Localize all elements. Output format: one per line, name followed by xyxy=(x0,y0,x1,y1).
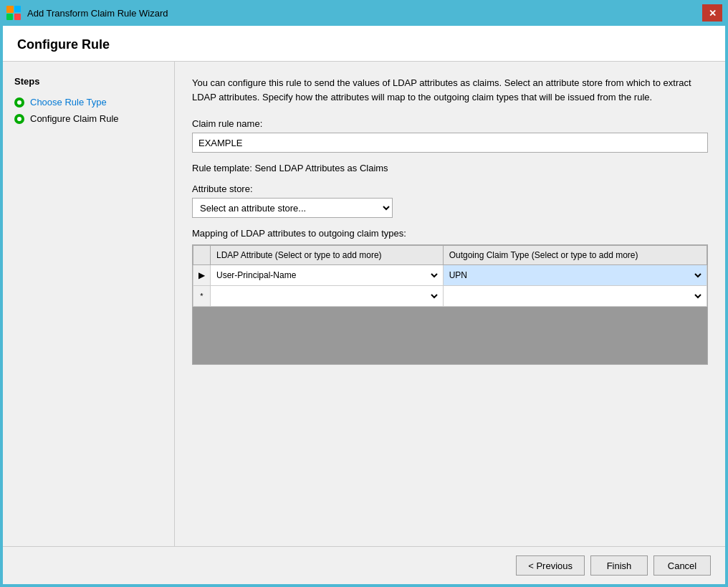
claim-rule-name-group: Claim rule name: xyxy=(192,118,708,153)
cancel-button[interactable]: Cancel xyxy=(653,555,711,576)
table-empty-area xyxy=(193,307,707,364)
table-row: ▶ User-Principal-Name xyxy=(193,265,707,286)
ldap-attribute-select-2[interactable] xyxy=(214,287,440,305)
svg-rect-3 xyxy=(14,14,21,20)
ldap-attribute-select-1[interactable]: User-Principal-Name xyxy=(214,267,440,284)
ldap-attribute-cell-1: User-Principal-Name xyxy=(211,265,444,286)
title-bar-left: Add Transform Claim Rule Wizard xyxy=(6,5,168,21)
previous-button[interactable]: < Previous xyxy=(516,555,585,576)
sidebar-item-label-2: Configure Claim Rule xyxy=(30,113,119,124)
step-dot-1 xyxy=(14,97,24,108)
table-row: * xyxy=(193,286,707,307)
claim-rule-name-input[interactable] xyxy=(192,133,708,153)
page-header: Configure Rule xyxy=(3,26,725,62)
finish-button[interactable]: Finish xyxy=(590,555,648,576)
sidebar-item-configure-claim-rule[interactable]: Configure Claim Rule xyxy=(14,110,163,127)
sidebar: Steps Choose Rule Type Configure Claim R… xyxy=(3,62,175,546)
attribute-store-select[interactable]: Select an attribute store... Active Dire… xyxy=(192,198,393,218)
step-dot-2 xyxy=(14,114,24,124)
app-icon xyxy=(6,5,21,21)
attribute-store-group: Attribute store: Select an attribute sto… xyxy=(192,183,708,218)
mapping-table-container: LDAP Attribute (Select or type to add mo… xyxy=(192,244,708,365)
button-bar: < Previous Finish Cancel xyxy=(3,546,725,584)
ldap-attribute-cell-2 xyxy=(211,286,444,307)
mapping-label: Mapping of LDAP attributes to outgoing c… xyxy=(192,228,708,239)
main-content: Configure Rule Steps Choose Rule Type Co… xyxy=(3,26,725,584)
close-button[interactable]: ✕ xyxy=(702,4,722,22)
col-indicator-header xyxy=(193,246,211,265)
outgoing-claim-cell-2 xyxy=(443,286,707,307)
svg-rect-2 xyxy=(6,14,13,20)
row-arrow-1: ▶ xyxy=(193,265,211,286)
col-outgoing-header: Outgoing Claim Type (Select or type to a… xyxy=(443,246,707,265)
svg-rect-0 xyxy=(6,6,14,13)
col-ldap-header: LDAP Attribute (Select or type to add mo… xyxy=(211,246,444,265)
description-text: You can configure this rule to send the … xyxy=(192,76,708,104)
right-panel: You can configure this rule to send the … xyxy=(175,62,725,546)
svg-rect-1 xyxy=(14,6,21,12)
rule-template-text: Rule template: Send LDAP Attributes as C… xyxy=(192,163,708,173)
sidebar-item-label-1: Choose Rule Type xyxy=(30,97,107,108)
claim-rule-name-label: Claim rule name: xyxy=(192,118,708,129)
content-area: Steps Choose Rule Type Configure Claim R… xyxy=(3,62,725,546)
sidebar-item-choose-rule-type[interactable]: Choose Rule Type xyxy=(14,94,163,110)
page-heading: Configure Rule xyxy=(17,37,711,52)
outgoing-claim-select-1[interactable]: UPN xyxy=(446,267,704,284)
title-bar: Add Transform Claim Rule Wizard ✕ xyxy=(0,0,728,26)
steps-title: Steps xyxy=(14,76,163,87)
window-title: Add Transform Claim Rule Wizard xyxy=(27,8,168,19)
row-indicator-2: * xyxy=(193,286,211,307)
mapping-table: LDAP Attribute (Select or type to add mo… xyxy=(193,245,707,307)
outgoing-claim-select-2[interactable] xyxy=(446,287,704,305)
table-header-row: LDAP Attribute (Select or type to add mo… xyxy=(193,246,707,265)
window: Add Transform Claim Rule Wizard ✕ Config… xyxy=(0,0,728,587)
outgoing-claim-cell-1: UPN xyxy=(443,265,707,286)
mapping-group: Mapping of LDAP attributes to outgoing c… xyxy=(192,228,708,365)
bottom-spacer xyxy=(192,375,708,532)
attribute-store-label: Attribute store: xyxy=(192,183,708,194)
